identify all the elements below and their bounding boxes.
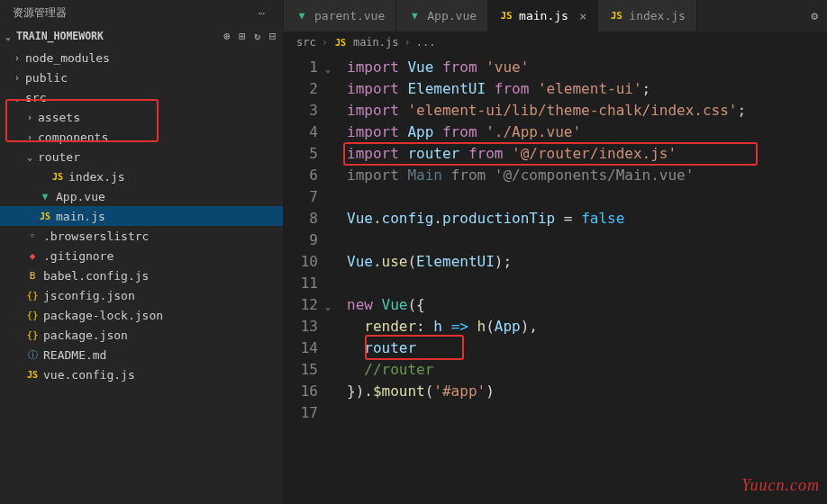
- tree-item-label: components: [38, 130, 108, 144]
- chevron-icon: ›: [13, 73, 22, 83]
- tree-item[interactable]: ◆.gitignore: [0, 246, 283, 266]
- code-line[interactable]: import ElementUI from 'element-ui';: [347, 78, 827, 100]
- tree-item-label: .gitignore: [43, 249, 114, 263]
- sidebar-header: 资源管理器 ⋯: [0, 0, 283, 26]
- breadcrumb[interactable]: src › JS main.js › ...: [284, 32, 827, 53]
- sidebar-more-icon[interactable]: ⋯: [253, 7, 270, 20]
- tree-item[interactable]: {}jsconfig.json: [0, 285, 283, 305]
- tree-item[interactable]: ›node_modules: [0, 48, 283, 68]
- tree-item-label: vue.config.js: [43, 368, 135, 382]
- settings-icon[interactable]: ⚙: [811, 9, 818, 22]
- new-file-icon[interactable]: ⊕: [223, 30, 230, 42]
- tree-item[interactable]: ▼App.vue: [0, 186, 283, 206]
- file-icon: ⓘ: [25, 347, 40, 362]
- project-header[interactable]: ⌄ TRAIN_HOMEWORK ⊕ ⊞ ↻ ⊟: [0, 26, 283, 46]
- code-line[interactable]: import 'element-ui/lib/theme-chalk/index…: [347, 100, 827, 122]
- chevron-right-icon: ›: [322, 36, 328, 49]
- file-icon: JS: [499, 9, 513, 23]
- tree-item[interactable]: JSvue.config.js: [0, 364, 283, 384]
- watermark: Yuucn.com: [741, 476, 820, 495]
- tree-item-label: index.js: [68, 170, 125, 184]
- file-icon: JS: [609, 9, 623, 23]
- code-line[interactable]: import App from './App.vue': [347, 122, 827, 143]
- code-editor[interactable]: 1⌄23456789101112⌄1314151617 import Vue f…: [284, 53, 827, 504]
- project-actions: ⊕ ⊞ ↻ ⊟: [223, 30, 276, 42]
- chevron-icon: ⌄: [13, 93, 22, 103]
- new-folder-icon[interactable]: ⊞: [239, 30, 245, 42]
- collapse-icon[interactable]: ⊟: [269, 30, 276, 42]
- tab-label: App.vue: [427, 9, 477, 22]
- editor-tab[interactable]: JSmain.js×: [488, 0, 598, 32]
- project-name: TRAIN_HOMEWORK: [16, 30, 104, 42]
- line-gutter: 1⌄23456789101112⌄1314151617: [284, 57, 338, 504]
- editor-tab[interactable]: ▼App.vue: [396, 0, 488, 32]
- tree-item[interactable]: ⌄src: [0, 87, 283, 107]
- code-line[interactable]: router: [347, 338, 827, 359]
- file-icon: {}: [25, 308, 40, 322]
- code-line[interactable]: [347, 273, 827, 294]
- tree-item[interactable]: {}package-lock.json: [0, 305, 283, 325]
- breadcrumb-part: main.js: [353, 36, 399, 49]
- file-icon: {}: [25, 328, 40, 342]
- file-icon: JS: [25, 367, 40, 382]
- tree-item[interactable]: JSmain.js: [0, 206, 283, 226]
- code-line[interactable]: [347, 402, 827, 424]
- tree-item-label: .browserslistrc: [43, 230, 149, 243]
- file-icon: JS: [38, 209, 52, 223]
- code-line[interactable]: }).$mount('#app'): [347, 381, 827, 402]
- tree-item[interactable]: Bbabel.config.js: [0, 266, 283, 285]
- tree-item[interactable]: ◦.browserslistrc: [0, 226, 283, 246]
- code-line[interactable]: [347, 230, 827, 251]
- explorer-sidebar: 资源管理器 ⋯ ⌄ TRAIN_HOMEWORK ⊕ ⊞ ↻ ⊟ ›node_m…: [0, 0, 284, 504]
- tree-item-label: babel.config.js: [43, 269, 149, 283]
- tab-label: index.js: [629, 9, 686, 22]
- tab-label: main.js: [519, 9, 568, 22]
- tree-item[interactable]: ›assets: [0, 107, 283, 127]
- tree-item[interactable]: ›public: [0, 68, 283, 87]
- file-icon: ▼: [407, 9, 422, 23]
- tree-item-label: package-lock.json: [43, 309, 163, 322]
- code-line[interactable]: import Vue from 'vue': [347, 57, 827, 78]
- file-icon: B: [25, 268, 40, 283]
- tree-item[interactable]: JSindex.js: [0, 166, 283, 186]
- breadcrumb-part: ...: [416, 36, 436, 49]
- tree-item-label: node_modules: [25, 51, 110, 65]
- code-content[interactable]: import Vue from 'vue'import ElementUI fr…: [338, 57, 827, 504]
- chevron-icon: ›: [13, 53, 22, 63]
- refresh-icon[interactable]: ↻: [254, 30, 260, 42]
- close-icon[interactable]: ×: [579, 9, 586, 23]
- file-icon: JS: [50, 169, 65, 184]
- file-icon: ▼: [38, 189, 52, 203]
- sidebar-title: 资源管理器: [13, 5, 253, 21]
- editor-tab[interactable]: JSindex.js: [598, 0, 697, 32]
- tabs-extra: ⚙: [802, 0, 827, 32]
- tree-item[interactable]: ⌄router: [0, 147, 283, 166]
- code-line[interactable]: Vue.config.productionTip = false: [347, 208, 827, 230]
- code-line[interactable]: [347, 186, 827, 208]
- code-line[interactable]: render: h => h(App),: [347, 316, 827, 338]
- tree-item-label: router: [38, 150, 80, 164]
- code-line[interactable]: Vue.use(ElementUI);: [347, 251, 827, 273]
- code-line[interactable]: import Main from '@/components/Main.vue': [347, 165, 827, 186]
- code-line[interactable]: //router: [347, 359, 827, 381]
- chevron-icon: ›: [25, 112, 34, 122]
- tree-item-label: public: [25, 71, 68, 85]
- editor-tabs: ▼parent.vue▼App.vueJSmain.js×JSindex.js …: [284, 0, 827, 32]
- tab-label: parent.vue: [314, 9, 385, 22]
- tree-item[interactable]: ⓘREADME.md: [0, 345, 283, 364]
- tree-item-label: App.vue: [56, 190, 105, 203]
- tree-item[interactable]: {}package.json: [0, 325, 283, 345]
- tree-item-label: jsconfig.json: [43, 289, 135, 302]
- js-icon: JS: [333, 35, 348, 50]
- tree-item[interactable]: ›components: [0, 127, 283, 147]
- code-line[interactable]: new Vue({: [347, 294, 827, 316]
- tree-item-label: README.md: [43, 348, 106, 362]
- code-line[interactable]: import router from '@/router/index.js': [347, 143, 827, 165]
- chevron-down-icon: ⌄: [4, 32, 13, 41]
- editor-tab[interactable]: ▼parent.vue: [284, 0, 396, 32]
- chevron-icon: ›: [25, 132, 34, 142]
- file-icon: ▼: [295, 9, 309, 23]
- editor-pane: ▼parent.vue▼App.vueJSmain.js×JSindex.js …: [284, 0, 827, 504]
- file-icon: ◦: [25, 229, 40, 243]
- tree-item-label: assets: [38, 111, 80, 124]
